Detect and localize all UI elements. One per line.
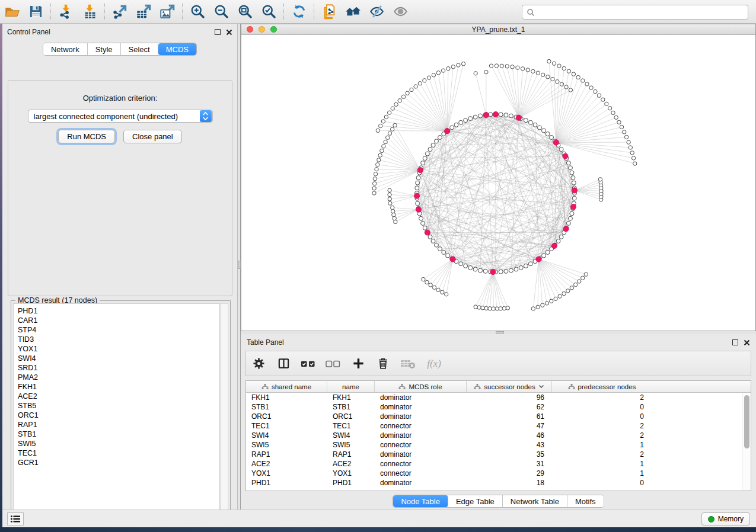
network-leaf-node[interactable] <box>446 67 450 70</box>
mcds-result-item[interactable]: STB5 <box>18 401 219 411</box>
mcds-result-item[interactable]: TEC1 <box>18 448 219 458</box>
table-row[interactable]: TEC1TEC1connector472 <box>246 421 742 431</box>
table-row[interactable]: ACE2ACE2connector311 <box>246 459 742 469</box>
network-node[interactable] <box>431 239 435 243</box>
network-leaf-node[interactable] <box>547 59 551 63</box>
network-leaf-node[interactable] <box>391 206 394 209</box>
network-hub-node[interactable] <box>414 193 419 198</box>
network-node[interactable] <box>504 113 508 117</box>
network-leaf-node[interactable] <box>611 111 615 114</box>
close-panel-button[interactable]: Close panel <box>123 130 182 143</box>
network-leaf-node[interactable] <box>457 63 460 67</box>
network-hub-node[interactable] <box>493 111 498 117</box>
network-leaf-node[interactable] <box>381 120 385 123</box>
network-node[interactable] <box>435 139 439 143</box>
network-leaf-node[interactable] <box>484 306 488 310</box>
network-leaf-node[interactable] <box>562 291 566 295</box>
network-node[interactable] <box>425 152 429 156</box>
network-leaf-node[interactable] <box>558 294 562 298</box>
show-graphics-icon[interactable] <box>388 2 412 22</box>
network-leaf-node[interactable] <box>488 307 492 310</box>
import-table-icon[interactable] <box>78 2 101 22</box>
network-node[interactable] <box>459 120 463 124</box>
network-leaf-node[interactable] <box>432 286 436 289</box>
column-header-mcds-role[interactable]: MCDS role <box>375 381 467 392</box>
network-node[interactable] <box>446 254 450 258</box>
network-node[interactable] <box>442 250 446 254</box>
network-leaf-node[interactable] <box>391 209 394 213</box>
network-leaf-node[interactable] <box>550 299 553 303</box>
column-header-predecessor-nodes[interactable]: predecessor nodes <box>552 381 652 392</box>
network-node[interactable] <box>415 186 419 190</box>
network-node[interactable] <box>428 148 432 152</box>
network-leaf-node[interactable] <box>387 111 391 114</box>
network-node[interactable] <box>559 235 563 239</box>
network-leaf-node[interactable] <box>477 306 481 309</box>
network-node[interactable] <box>416 176 420 180</box>
network-leaf-node[interactable] <box>505 65 509 68</box>
network-leaf-node[interactable] <box>422 277 425 281</box>
table-row[interactable]: SWI5SWI5connector431 <box>246 440 742 450</box>
network-leaf-node[interactable] <box>630 151 634 155</box>
network-node[interactable] <box>533 123 537 127</box>
network-node[interactable] <box>541 254 546 258</box>
delete-column-icon[interactable] <box>371 353 395 374</box>
network-node[interactable] <box>524 264 528 268</box>
network-leaf-node[interactable] <box>560 82 563 86</box>
network-hub-node[interactable] <box>563 153 568 159</box>
network-leaf-node[interactable] <box>620 125 623 129</box>
mcds-result-item[interactable]: SWI5 <box>18 439 219 448</box>
network-node[interactable] <box>421 221 425 225</box>
network-node[interactable] <box>568 166 572 170</box>
tab-motifs[interactable]: Motifs <box>567 495 604 507</box>
table-row[interactable]: SWI4SWI4dominator462 <box>246 431 742 440</box>
network-node[interactable] <box>483 269 487 273</box>
network-leaf-node[interactable] <box>380 149 384 152</box>
network-leaf-node[interactable] <box>398 99 401 102</box>
network-leaf-node[interactable] <box>451 65 455 69</box>
column-header-name[interactable]: name <box>327 381 375 392</box>
network-hub-node[interactable] <box>417 168 423 173</box>
network-leaf-node[interactable] <box>406 91 409 95</box>
network-node[interactable] <box>570 211 574 216</box>
network-node[interactable] <box>570 171 574 175</box>
network-node[interactable] <box>550 135 554 139</box>
refresh-layout-icon[interactable] <box>287 2 311 22</box>
network-leaf-node[interactable] <box>425 280 429 284</box>
network-leaf-node[interactable] <box>495 64 498 68</box>
network-leaf-node[interactable] <box>481 306 484 310</box>
network-leaf-node[interactable] <box>388 188 391 192</box>
network-leaf-node[interactable] <box>580 276 584 280</box>
network-leaf-node[interactable] <box>388 193 391 196</box>
search-box[interactable] <box>522 5 748 20</box>
network-node[interactable] <box>431 143 435 148</box>
network-node[interactable] <box>438 247 442 251</box>
table-row[interactable]: YOX1YOX1connector291 <box>246 469 742 478</box>
mcds-result-item[interactable]: RAP1 <box>18 420 219 430</box>
network-leaf-node[interactable] <box>506 306 509 310</box>
network-node[interactable] <box>419 216 423 220</box>
network-node[interactable] <box>566 221 570 225</box>
network-node[interactable] <box>489 113 493 117</box>
table-scrollbar[interactable] <box>742 393 751 491</box>
network-leaf-node[interactable] <box>429 283 432 287</box>
export-network-icon[interactable] <box>108 2 132 22</box>
network-leaf-node[interactable] <box>391 107 394 110</box>
network-leaf-node[interactable] <box>500 64 503 68</box>
open-file-icon[interactable] <box>0 2 24 22</box>
network-node[interactable] <box>524 118 528 123</box>
tab-network-table[interactable]: Network Table <box>503 495 567 507</box>
network-leaf-node[interactable] <box>554 297 557 300</box>
network-node[interactable] <box>438 135 442 139</box>
tab-network[interactable]: Network <box>43 43 88 55</box>
network-node[interactable] <box>464 264 468 268</box>
network-leaf-node[interactable] <box>392 213 395 216</box>
network-leaf-node[interactable] <box>562 66 566 70</box>
network-leaf-node[interactable] <box>541 303 544 307</box>
network-leaf-node[interactable] <box>581 79 585 82</box>
memory-button[interactable]: Memory <box>701 512 750 525</box>
network-leaf-node[interactable] <box>573 283 577 286</box>
network-node[interactable] <box>479 268 483 273</box>
network-node[interactable] <box>464 118 468 123</box>
mcds-result-list[interactable]: PHD1CAR1STP4TID3YOX1SWI4SRD1PMA2FKH1ACE2… <box>13 303 220 518</box>
